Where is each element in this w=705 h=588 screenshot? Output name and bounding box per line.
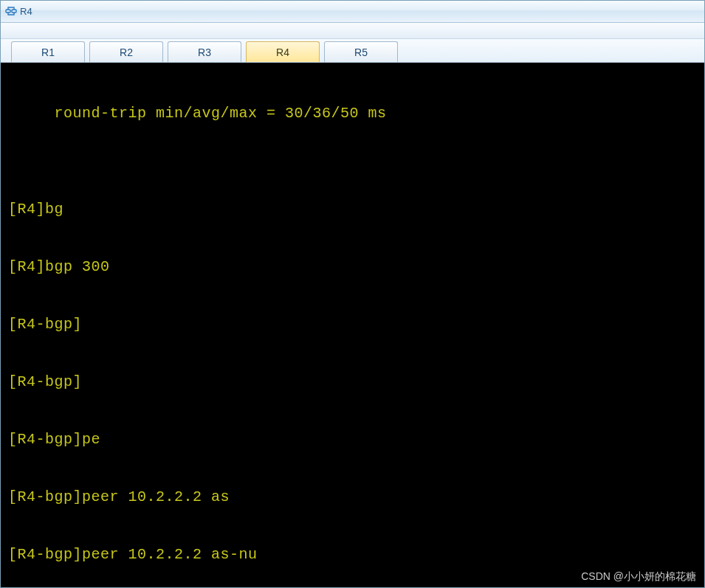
tab-r3[interactable]: R3 [168,41,241,62]
terminal-line: [R4-bgp] [8,373,703,392]
tab-label: R3 [198,46,211,58]
tab-label: R1 [41,46,55,58]
tab-bar: R1 R2 R3 R4 R5 [1,39,704,63]
app-icon [5,6,17,18]
svg-rect-0 [6,10,10,13]
tab-label: R5 [354,46,368,58]
window-title: R4 [20,6,32,17]
tab-r4[interactable]: R4 [246,41,320,62]
terminal-line: [R4-bgp] [8,315,703,334]
tab-label: R2 [120,46,133,58]
menu-bar [1,23,704,39]
title-bar: R4 [1,1,704,23]
tab-label: R4 [276,46,289,58]
terminal-line: round-trip min/avg/max = 30/36/50 ms [8,104,703,123]
terminal-line: [R4-bgp]peer 10.2.2.2 as [8,488,703,507]
terminal-line: [R4-bgp]pe [8,430,703,449]
tab-r1[interactable]: R1 [11,41,85,62]
terminal-line: [R4]bgp 300 [8,257,703,277]
terminal-output[interactable]: round-trip min/avg/max = 30/36/50 ms [R4… [1,63,704,587]
app-window: R4 R1 R2 R3 R4 R5 round-trip min/avg/max… [0,0,705,588]
tab-r2[interactable]: R2 [89,41,163,62]
terminal-line: [R4]bg [8,200,703,219]
terminal-line: [R4-bgp]peer 10.2.2.2 as-nu [8,545,703,564]
tab-r5[interactable]: R5 [324,41,398,62]
svg-rect-1 [12,10,16,13]
